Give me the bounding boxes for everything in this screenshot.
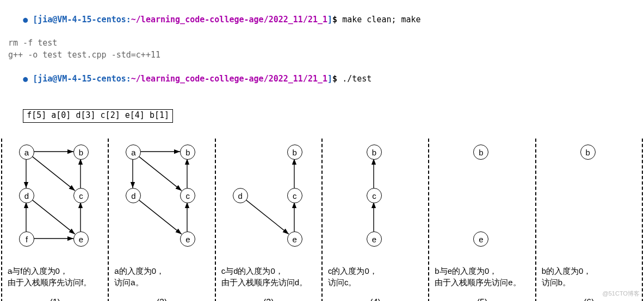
node-e: e [367,231,382,247]
node-b: b [287,145,302,160]
stage-number: (1) [4,298,106,301]
terminal-line-5: f[5] a[0] d[3] c[2] e[4] b[1] [3,97,641,134]
stage-divider [535,139,536,301]
edge-d-e [32,199,75,234]
stage-divider [321,139,323,301]
stage-divider [428,139,429,301]
stage-number: (5) [431,298,532,301]
node-b: b [367,145,382,160]
stage-caption: a与f的入度为0，由于入栈顺序先访问f。 [4,263,106,290]
edge-a-c [138,156,182,191]
edges-svg [218,141,319,263]
stage-caption: c与d的入度为0，由于入栈顺序先访问d。 [218,263,319,290]
node-a: a [19,145,34,160]
node-c: c [180,188,195,203]
graph-box: b [538,141,640,263]
bullet-icon: ● [23,74,28,84]
node-f: f [19,231,34,247]
node-b: b [180,145,195,160]
terminal-block: ● [jia@VM-4-15-centos:~/learning_code-co… [0,0,644,134]
node-e: e [73,231,89,247]
graph-box: bdce [218,141,319,263]
edges-svg [4,141,106,263]
stage-number: (2) [111,298,212,301]
node-d: d [126,188,141,203]
stage-number: (3) [218,298,319,301]
terminal-line-2: rm -f test [3,37,641,49]
edge-d-e [138,199,182,234]
graph-box: bce [325,141,426,263]
stage-6: bb的入度为0，访问b。(6) [537,139,641,301]
node-e: e [180,231,195,247]
node-d: d [233,188,248,203]
stage-caption: c的入度为0，访问c。 [325,263,426,290]
edge-a-c [32,156,75,191]
node-b: b [73,145,89,160]
terminal-line-4: ● [jia@VM-4-15-centos:~/learning_code-co… [3,61,641,97]
node-d: d [19,188,34,203]
node-b: b [473,145,488,160]
stage-caption: b与e的入度为0，由于入栈顺序先访问e。 [431,263,532,290]
stage-number: (4) [325,298,426,301]
stage-2: abdcea的入度为0，访问a。(2) [110,139,213,301]
terminal-line-3: g++ -o test test.cpp -std=c++11 [3,49,641,61]
node-e: e [287,231,302,247]
stage-divider [108,139,109,301]
stage-divider [642,139,643,301]
watermark: @51CTO博客 [603,290,640,298]
stage-5: beb与e的入度为0，由于入栈顺序先访问e。(5) [430,139,534,301]
node-a: a [126,145,141,160]
node-c: c [287,188,302,203]
stage-divider [215,139,216,301]
stage-number: (6) [538,298,640,301]
edges-svg [111,141,212,263]
stage-3: bdcec与d的入度为0，由于入栈顺序先访问d。(3) [217,139,320,301]
node-e: e [473,231,488,247]
stage-1: abdcfea与f的入度为0，由于入栈顺序先访问f。(1) [3,139,107,301]
stage-divider [1,139,2,301]
stage-caption: b的入度为0，访问b。 [538,263,640,290]
terminal-line-1: ● [jia@VM-4-15-centos:~/learning_code-co… [3,2,641,37]
node-b: b [580,145,596,160]
output-box: f[5] a[0] d[3] c[2] e[4] b[1] [23,109,173,123]
stage-caption: a的入度为0，访问a。 [111,263,212,290]
edge-d-e [245,199,289,234]
diagram-row: abdcfea与f的入度为0，由于入栈顺序先访问f。(1)abdcea的入度为0… [0,139,644,301]
graph-box: abdcfe [4,141,106,263]
stage-4: bcec的入度为0，访问c。(4) [324,139,427,301]
node-c: c [73,188,89,203]
graph-box: abdce [111,141,212,263]
graph-box: be [431,141,532,263]
node-c: c [367,188,382,203]
bullet-icon: ● [23,15,28,24]
